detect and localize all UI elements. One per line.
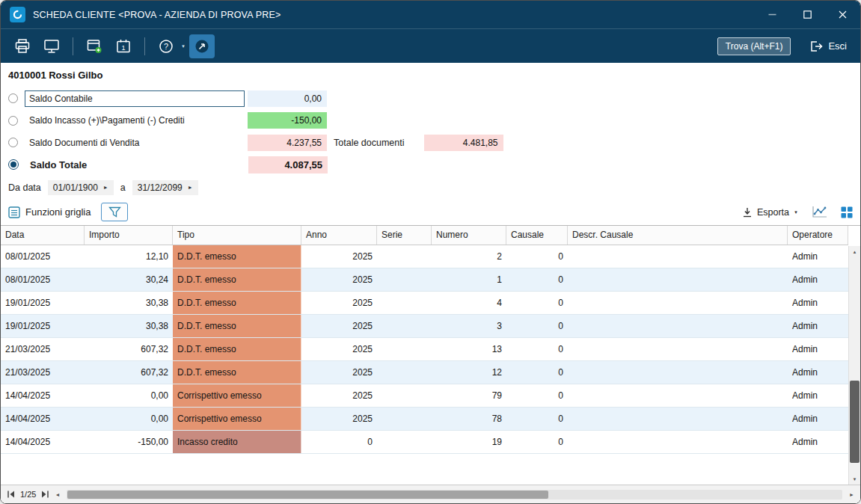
cell-causale: 0 <box>506 268 568 291</box>
column-header-serie[interactable]: Serie <box>377 226 432 245</box>
column-header-importo[interactable]: Importo <box>85 226 173 245</box>
balance-label[interactable]: Saldo Incasso (+)\Pagamenti (-) Crediti <box>25 112 245 129</box>
cell-causale: 0 <box>506 338 568 360</box>
monitor-icon[interactable] <box>39 34 64 58</box>
minimize-button[interactable] <box>755 1 790 28</box>
balance-label[interactable]: Saldo Totale <box>25 156 245 173</box>
find-button[interactable]: Trova (Alt+F1) <box>717 37 791 55</box>
cell-data: 14/04/2025 <box>1 384 85 407</box>
column-header-descr-causale[interactable]: Descr. Causale <box>568 226 788 245</box>
cell-descr-causale <box>568 245 788 268</box>
horizontal-scrollbar[interactable] <box>67 490 842 500</box>
balance-value: 0,00 <box>248 90 327 107</box>
cell-anno: 2025 <box>301 384 377 407</box>
cell-serie <box>377 408 432 430</box>
vertical-scrollbar[interactable]: ▲ ▼ <box>848 246 860 485</box>
date-to-field[interactable]: 31/12/2099 ► <box>132 180 198 195</box>
vertical-scroll-track[interactable] <box>849 257 860 473</box>
print-icon[interactable] <box>10 34 35 58</box>
table-header-row: Data Importo Tipo Anno Serie Numero Caus… <box>1 226 848 245</box>
table-row[interactable]: 08/01/2025 30,24 D.D.T. emesso 2025 1 0 … <box>1 268 848 292</box>
help-icon[interactable]: ? <box>153 34 179 58</box>
exit-button[interactable]: Esci <box>805 37 851 55</box>
column-header-numero[interactable]: Numero <box>432 226 506 245</box>
table-row[interactable]: 14/04/2025 0,00 Corrispettivo emesso 202… <box>1 408 848 431</box>
grid-main: Data Importo Tipo Anno Serie Numero Caus… <box>1 226 848 454</box>
scroll-right-icon[interactable]: ► <box>849 492 854 497</box>
column-header-operatore[interactable]: Operatore <box>788 226 848 245</box>
scroll-left-icon[interactable]: ◄ <box>55 492 60 497</box>
last-page-icon[interactable] <box>40 491 49 498</box>
balance-value: 4.087,55 <box>248 156 328 173</box>
maximize-button[interactable] <box>790 1 825 28</box>
cell-numero: 12 <box>432 361 506 384</box>
horizontal-scroll-thumb[interactable] <box>67 491 548 499</box>
balance-label[interactable]: Saldo Documenti di Vendita <box>25 135 245 151</box>
cell-anno: 2025 <box>301 315 377 337</box>
window-title: SCHEDA CLIENTE <PROVA - AZIENDA DI PROVA… <box>33 10 281 20</box>
first-page-icon[interactable] <box>7 491 16 498</box>
window-add-icon[interactable] <box>82 34 107 58</box>
cell-data: 14/04/2025 <box>1 408 85 430</box>
table-row[interactable]: 21/03/2025 607,32 D.D.T. emesso 2025 12 … <box>1 361 848 384</box>
cell-tipo: D.D.T. emesso <box>173 361 301 384</box>
cell-importo: 607,32 <box>85 361 173 384</box>
radio-saldo-totale[interactable] <box>8 159 19 170</box>
filter-button[interactable] <box>101 203 128 221</box>
pager: 1/25 <box>7 490 49 499</box>
cell-anno: 2025 <box>301 292 377 314</box>
grid-functions-button[interactable]: Funzioni griglia <box>8 206 91 218</box>
table-row[interactable]: 19/01/2025 30,38 D.D.T. emesso 2025 4 0 … <box>1 292 848 315</box>
table-body: 08/01/2025 12,10 D.D.T. emesso 2025 2 0 … <box>1 245 848 454</box>
cell-importo: -150,00 <box>85 431 173 453</box>
scroll-down-icon[interactable]: ▼ <box>849 473 860 485</box>
cell-data: 14/04/2025 <box>1 431 85 453</box>
table-row[interactable]: 19/01/2025 30,38 D.D.T. emesso 2025 3 0 … <box>1 315 848 338</box>
grid-toolbar: Funzioni griglia Esporta ▼ <box>1 199 860 225</box>
radio-saldo-documenti[interactable] <box>8 138 18 147</box>
cell-operatore: Admin <box>788 292 848 314</box>
cell-data: 08/01/2025 <box>1 245 85 268</box>
filter-icon <box>108 206 121 218</box>
radio-saldo-contabile[interactable] <box>8 93 18 103</box>
date-caret-icon: ► <box>103 185 108 190</box>
cell-causale: 0 <box>506 315 568 337</box>
table-row[interactable]: 14/04/2025 0,00 Corrispettivo emesso 202… <box>1 384 848 408</box>
cell-tipo: Corrispettivo emesso <box>173 408 301 430</box>
scroll-up-icon[interactable]: ▲ <box>849 246 860 257</box>
cell-data: 19/01/2025 <box>1 292 85 314</box>
calendar-icon[interactable]: 1 <box>111 34 136 58</box>
table-row[interactable]: 14/04/2025 -150,00 Incasso credito 0 19 … <box>1 431 848 454</box>
balance-label[interactable]: Saldo Contabile <box>25 90 245 107</box>
column-header-tipo[interactable]: Tipo <box>173 226 301 245</box>
cell-operatore: Admin <box>788 361 848 384</box>
status-bar: 1/25 ◄ ► <box>1 485 860 503</box>
cell-causale: 0 <box>506 384 568 407</box>
date-from-field[interactable]: 01/01/1900 ► <box>48 180 114 195</box>
export-button[interactable]: Esporta ▼ <box>742 207 798 218</box>
grid-functions-label: Funzioni griglia <box>25 206 91 218</box>
content: 4010001 Rossi Gilbo Saldo Contabile 0,00… <box>1 63 860 503</box>
cell-descr-causale <box>568 268 788 291</box>
grid-view-button[interactable] <box>841 206 853 218</box>
cell-descr-causale <box>568 408 788 430</box>
cell-causale: 0 <box>506 292 568 314</box>
cell-numero: 13 <box>432 338 506 360</box>
chart-button[interactable] <box>812 206 827 218</box>
table-row[interactable]: 08/01/2025 12,10 D.D.T. emesso 2025 2 0 … <box>1 245 848 268</box>
quick-access-icon[interactable] <box>189 34 215 58</box>
help-menu-caret-icon[interactable]: ▼ <box>181 44 186 49</box>
column-header-data[interactable]: Data <box>1 226 85 245</box>
close-button[interactable] <box>825 1 860 28</box>
column-header-anno[interactable]: Anno <box>301 226 377 245</box>
date-to-label: a <box>120 182 126 193</box>
column-header-causale[interactable]: Causale <box>506 226 568 245</box>
table-row[interactable]: 21/03/2025 607,32 D.D.T. emesso 2025 13 … <box>1 338 848 361</box>
date-from-value: 01/01/1900 <box>53 182 98 193</box>
date-range-row: Da data 01/01/1900 ► a 31/12/2099 ► <box>1 176 860 199</box>
export-caret-icon: ▼ <box>794 210 798 215</box>
vertical-scroll-thumb[interactable] <box>850 381 860 463</box>
balance-row-saldo-totale: Saldo Totale 4.087,55 <box>8 154 853 176</box>
radio-saldo-incasso[interactable] <box>8 116 18 126</box>
balance-value: -150,00 <box>248 112 327 129</box>
